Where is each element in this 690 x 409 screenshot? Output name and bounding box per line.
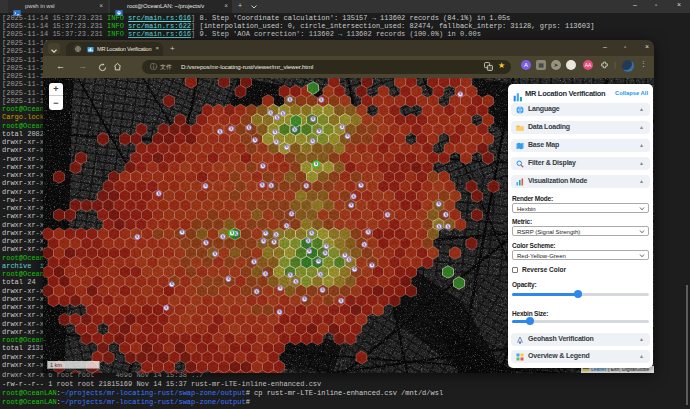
svg-text:N: N bbox=[264, 272, 266, 276]
svg-text:N: N bbox=[459, 92, 461, 96]
svg-text:N: N bbox=[158, 192, 160, 196]
svg-text:N: N bbox=[269, 111, 271, 115]
svg-text:N: N bbox=[165, 306, 167, 310]
svg-text:N: N bbox=[261, 183, 263, 187]
svg-text:N: N bbox=[320, 98, 322, 102]
svg-text:N: N bbox=[294, 128, 296, 132]
svg-text:N: N bbox=[386, 213, 388, 217]
svg-text:N: N bbox=[360, 183, 362, 187]
svg-text:N: N bbox=[248, 126, 250, 130]
svg-text:N: N bbox=[286, 145, 288, 149]
svg-text:N: N bbox=[214, 252, 216, 256]
svg-text:N: N bbox=[181, 230, 183, 234]
svg-text:N: N bbox=[262, 239, 264, 243]
svg-text:N: N bbox=[348, 258, 350, 262]
svg-text:N: N bbox=[344, 253, 346, 257]
svg-text:N: N bbox=[254, 138, 256, 142]
svg-text:N: N bbox=[307, 239, 309, 243]
svg-text:N: N bbox=[295, 280, 297, 284]
svg-text:N: N bbox=[275, 233, 277, 237]
svg-text:N: N bbox=[171, 282, 173, 286]
svg-text:N: N bbox=[256, 290, 258, 294]
svg-text:N: N bbox=[438, 202, 440, 206]
svg-text:N: N bbox=[341, 125, 343, 129]
svg-text:N: N bbox=[340, 299, 342, 303]
svg-text:S: S bbox=[315, 162, 317, 166]
svg-text:N: N bbox=[350, 203, 352, 207]
svg-text:N: N bbox=[219, 130, 221, 134]
svg-text:N: N bbox=[317, 259, 319, 263]
svg-text:N: N bbox=[312, 139, 314, 143]
svg-text:N: N bbox=[227, 277, 229, 281]
svg-text:N: N bbox=[325, 244, 327, 248]
svg-text:N: N bbox=[230, 127, 232, 131]
svg-text:N: N bbox=[438, 225, 440, 229]
svg-text:N: N bbox=[205, 241, 207, 245]
svg-text:N: N bbox=[371, 263, 373, 267]
svg-text:N: N bbox=[265, 231, 267, 235]
svg-text:N: N bbox=[278, 310, 280, 314]
svg-text:N: N bbox=[279, 286, 281, 290]
svg-text:S: S bbox=[231, 231, 233, 235]
svg-text:N: N bbox=[346, 134, 348, 138]
svg-text:N: N bbox=[289, 98, 291, 102]
svg-text:N: N bbox=[273, 240, 275, 244]
svg-text:N: N bbox=[282, 112, 284, 116]
svg-text:N: N bbox=[136, 235, 138, 239]
svg-text:N: N bbox=[274, 130, 276, 134]
svg-text:N: N bbox=[318, 129, 320, 133]
svg-text:N: N bbox=[367, 230, 369, 234]
svg-text:N: N bbox=[308, 249, 310, 253]
svg-text:N: N bbox=[311, 231, 313, 235]
svg-text:N: N bbox=[353, 267, 355, 271]
svg-text:N: N bbox=[291, 212, 293, 216]
svg-text:N: N bbox=[321, 288, 323, 292]
svg-text:N: N bbox=[262, 164, 264, 168]
svg-text:N: N bbox=[289, 273, 291, 277]
svg-text:N: N bbox=[363, 243, 365, 247]
svg-text:N: N bbox=[285, 224, 287, 228]
svg-text:N: N bbox=[275, 140, 277, 144]
svg-text:N: N bbox=[353, 195, 355, 199]
svg-text:N: N bbox=[445, 213, 447, 217]
svg-text:N: N bbox=[276, 116, 278, 120]
svg-text:N: N bbox=[222, 235, 224, 239]
svg-text:N: N bbox=[303, 297, 305, 301]
svg-text:N: N bbox=[305, 184, 307, 188]
svg-text:N: N bbox=[253, 260, 255, 264]
svg-text:N: N bbox=[270, 184, 272, 188]
svg-text:N: N bbox=[312, 117, 314, 121]
svg-text:N: N bbox=[447, 225, 449, 229]
svg-text:N: N bbox=[324, 251, 326, 255]
svg-text:N: N bbox=[319, 273, 321, 277]
svg-text:N: N bbox=[204, 184, 206, 188]
